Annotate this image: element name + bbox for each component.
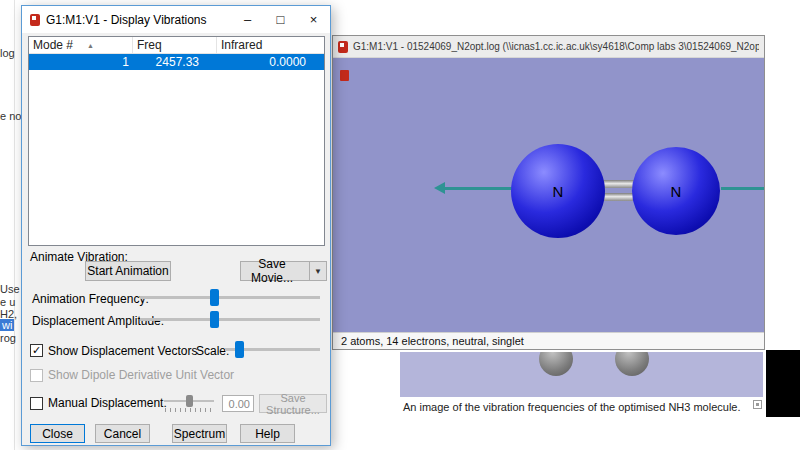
column-header-freq[interactable]: Freq — [133, 37, 217, 53]
close-button[interactable]: Close — [30, 424, 85, 443]
hydrogen-atom-image — [539, 352, 573, 376]
cell-mode: 1 — [29, 54, 133, 70]
save-movie-label: Save Movie... — [241, 257, 303, 285]
show-dipole-checkbox[interactable] — [30, 369, 43, 382]
sort-ascending-icon: ▲ — [87, 42, 94, 49]
molecule-viewport[interactable]: N N — [333, 58, 764, 332]
cell-freq: 2457.33 — [133, 54, 217, 70]
hydrogen-atom-image — [615, 352, 649, 376]
displacement-vector-left — [445, 187, 513, 190]
scale-slider[interactable] — [225, 341, 320, 358]
embedded-molecule-image — [400, 352, 763, 397]
slider-thumb[interactable] — [210, 311, 219, 328]
gaussview-view-icon — [340, 70, 349, 81]
slider-thumb[interactable] — [210, 289, 219, 306]
slider-track — [140, 318, 320, 321]
display-vibrations-dialog: G1:M1:V1 - Display Vibrations – □ × Mode… — [21, 5, 331, 446]
image-caption: An image of the vibration frequencies of… — [403, 400, 748, 415]
show-displacement-vectors-label: Show Displacement Vectors — [48, 344, 197, 358]
animation-frequency-label: Animation Frequency: — [32, 292, 149, 306]
slider-thumb[interactable] — [235, 341, 244, 358]
show-displacement-vectors-checkbox[interactable]: ✓ — [30, 344, 43, 357]
atom-label: N — [553, 183, 564, 200]
atom-label: N — [671, 183, 682, 200]
minimize-button[interactable]: – — [231, 6, 264, 33]
doc-text-fragment: rog — [0, 332, 16, 344]
manual-displacement-slider[interactable] — [164, 394, 214, 411]
column-header-mode[interactable]: Mode # ▲ — [29, 37, 133, 53]
displacement-vector-left-head — [434, 182, 445, 194]
start-animation-button[interactable]: Start Animation — [85, 261, 171, 281]
manual-displacement-value-input[interactable] — [222, 395, 254, 412]
slider-tick-marks — [165, 408, 213, 412]
column-header-infrared[interactable]: Infrared — [217, 37, 324, 53]
dialog-title: G1:M1:V1 - Display Vibrations — [46, 13, 207, 27]
help-button[interactable]: Help — [240, 424, 295, 443]
column-header-label: Freq — [137, 38, 162, 52]
slider-thumb[interactable] — [186, 395, 193, 407]
gaussview-file-icon — [338, 41, 348, 53]
doc-text-fragment: Use — [0, 283, 20, 295]
doc-text-fragment-selected: wi — [0, 319, 14, 331]
displacement-amplitude-slider[interactable] — [140, 311, 320, 328]
animation-frequency-slider[interactable] — [140, 289, 320, 306]
molecule-window-title: G1:M1:V1 - 01524069_N2opt.log (\\icnas1.… — [353, 41, 759, 52]
spectrum-button[interactable]: Spectrum — [172, 424, 227, 443]
doc-text-fragment: e u — [0, 296, 15, 308]
nitrogen-atom[interactable]: N — [511, 144, 605, 238]
displacement-vector-right — [721, 187, 764, 190]
table-row-selected[interactable]: 1 2457.33 0.0000 — [29, 54, 324, 70]
column-header-label: Infrared — [221, 38, 262, 52]
vibration-mode-table: Mode # ▲ Freq Infrared 1 2457.33 0.0000 — [28, 36, 325, 246]
dialog-titlebar[interactable]: G1:M1:V1 - Display Vibrations – □ × — [22, 6, 330, 33]
maximize-button[interactable]: □ — [264, 6, 297, 33]
gaussview-file-icon — [30, 14, 40, 26]
anchor-icon — [753, 400, 762, 409]
molecule-status-bar: 2 atoms, 14 electrons, neutral, singlet — [333, 332, 764, 349]
manual-displacement-checkbox[interactable] — [30, 397, 43, 410]
molecule-window-titlebar[interactable]: G1:M1:V1 - 01524069_N2opt.log (\\icnas1.… — [333, 36, 764, 58]
document-edge-line — [14, 0, 15, 450]
table-header[interactable]: Mode # ▲ Freq Infrared — [29, 37, 324, 54]
save-structure-button[interactable]: Save Structure... — [259, 394, 327, 413]
close-window-button[interactable]: × — [297, 6, 330, 33]
slider-track — [140, 296, 320, 299]
document-image-partial — [766, 350, 800, 417]
manual-displacement-label: Manual Displacement: — [48, 396, 167, 410]
desktop: log e no Use e u H2, wi rog G1:M1:V1 - 0… — [0, 0, 800, 450]
column-header-label: Mode # — [33, 38, 73, 52]
doc-text-fragment: log — [0, 47, 15, 59]
show-dipole-label: Show Dipole Derivative Unit Vector — [48, 368, 234, 382]
save-movie-button[interactable]: Save Movie... ▼ — [240, 261, 327, 281]
dropdown-arrow-icon: ▼ — [309, 262, 326, 280]
nitrogen-atom[interactable]: N — [632, 147, 720, 235]
cell-infrared: 0.0000 — [217, 54, 324, 70]
molecule-window: G1:M1:V1 - 01524069_N2opt.log (\\icnas1.… — [332, 35, 765, 350]
doc-text-fragment: e no — [0, 110, 21, 122]
cancel-button[interactable]: Cancel — [95, 424, 150, 443]
